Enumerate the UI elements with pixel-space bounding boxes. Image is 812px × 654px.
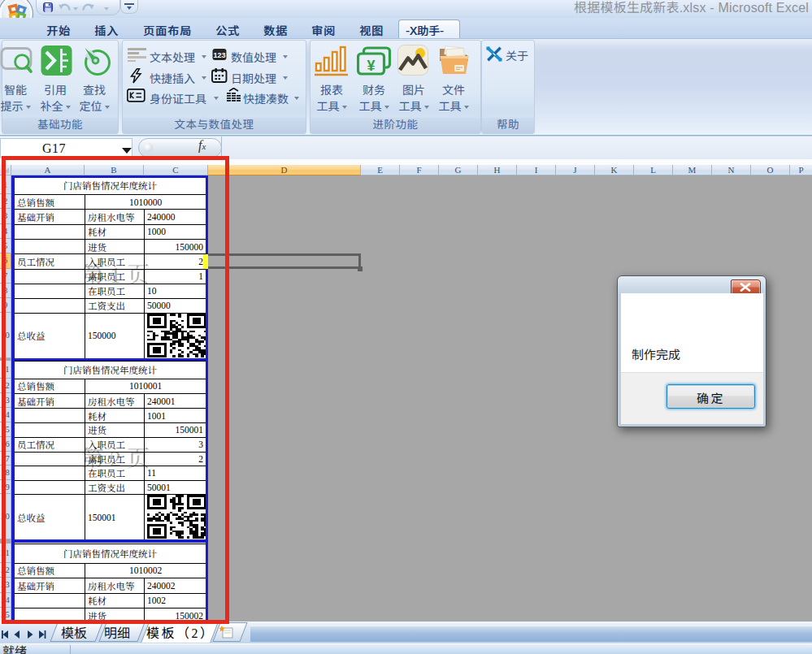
svg-text:123: 123 xyxy=(213,51,225,59)
svg-text:¥: ¥ xyxy=(367,58,375,74)
